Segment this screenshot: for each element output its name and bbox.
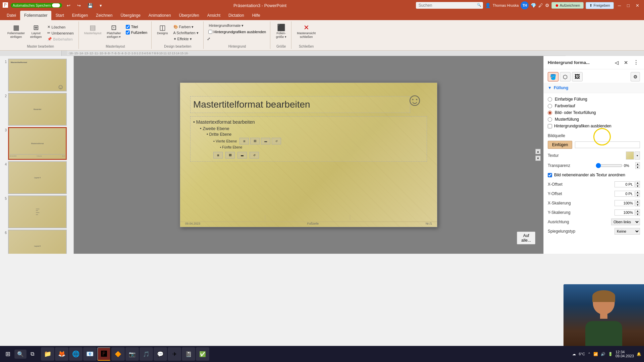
format-tab-shape[interactable]: ⬡ — [560, 72, 571, 81]
hintergrundgrafiken-checkbox[interactable] — [208, 30, 212, 34]
umbenennen-btn[interactable]: ✏ Umbenennen — [45, 30, 76, 36]
folienmaster-einfuegen-btn[interactable]: ▦ Folienmastereinfügen — [5, 23, 27, 40]
x-offset-down[interactable]: ▼ — [635, 184, 640, 188]
scroll-up-btn[interactable]: ▲ — [535, 149, 541, 154]
farbverlauf-radio[interactable] — [548, 104, 552, 108]
schriftarten-btn[interactable]: A Schriftarten ▾ — [171, 30, 201, 36]
taskbar-firefox[interactable]: 🦊 — [55, 347, 68, 361]
scroll-down-btn[interactable]: ▼ — [535, 156, 541, 161]
taskbar-app7[interactable]: 📷 — [125, 347, 139, 361]
beibehalten-btn[interactable]: 📌 Beibehalten — [45, 36, 76, 42]
restore-btn[interactable]: □ — [625, 2, 632, 9]
effekte-btn[interactable]: ✦ Effekte ▾ — [171, 36, 201, 42]
auf-alle-btn[interactable]: Auf alle... — [517, 232, 535, 244]
taskbar-explorer[interactable]: 📁 — [41, 347, 54, 361]
spiegelungstyp-select[interactable]: Keine Horizontal Vertikal Beide — [614, 228, 640, 235]
tab-start[interactable]: Start — [51, 11, 68, 20]
redo-btn[interactable]: ↪ — [75, 2, 83, 9]
slide-thumb-3[interactable]: 3 Mastertextformat 09.04.2023FußzeileNr.… — [1, 127, 72, 160]
fusszeilen-checkbox[interactable] — [126, 31, 130, 35]
tab-zeichnen[interactable]: Zeichnen — [92, 11, 116, 20]
slide-thumb-1[interactable]: 1 Mastertitelformat ☺ — [1, 59, 72, 92]
bild-nebeneinander-checkbox[interactable] — [548, 173, 552, 177]
taskbar-chrome[interactable]: 🌐 — [69, 347, 83, 361]
start-btn[interactable]: ⊞ — [3, 349, 13, 359]
taskbar-app6[interactable]: 🔶 — [111, 347, 125, 361]
foliengroesse-btn[interactable]: ⬛ Folien-größe ▾ — [274, 23, 288, 40]
y-offset-down[interactable]: ▼ — [635, 194, 640, 197]
x-skalierung-up[interactable]: ▲ — [635, 200, 640, 203]
save-btn[interactable]: 💾 — [86, 2, 95, 9]
tab-datei[interactable]: Datei — [3, 11, 20, 20]
task-view-btn[interactable]: ⧉ — [28, 350, 37, 358]
panel-expand-btn[interactable]: ⋮ — [632, 59, 640, 66]
platzhalter-einfuegen-btn[interactable]: ⊡ Platzhaltereinfügen ▾ — [105, 23, 123, 40]
transparenz-down[interactable]: ▼ — [635, 166, 640, 169]
taskbar-powerpoint[interactable]: 🅿 — [97, 347, 111, 361]
taskbar-green[interactable]: ✅ — [196, 347, 209, 361]
format-tab-fill[interactable]: 🪣 — [548, 72, 558, 81]
masteransicht-schliessen-btn[interactable]: ✕ Masteransichtschließen — [295, 23, 318, 40]
tab-folienmaster[interactable]: Folienmaster — [20, 11, 51, 20]
notifications-btn[interactable]: 🔔 — [637, 352, 641, 356]
panel-back-btn[interactable]: ◁ — [613, 59, 620, 66]
x-offset-up[interactable]: ▲ — [635, 181, 640, 184]
farben-btn[interactable]: 🎨 Farben ▾ — [171, 24, 201, 30]
autosave-toggle[interactable]: Automatisches Speichern — [11, 3, 62, 8]
y-skalierung-down[interactable]: ▼ — [635, 213, 640, 216]
titel-checkbox[interactable] — [126, 25, 130, 29]
y-offset-input[interactable] — [614, 191, 635, 197]
search-input[interactable] — [416, 2, 483, 9]
format-tab-alt[interactable]: ⚙ — [631, 72, 640, 81]
musterfuellung-radio[interactable] — [548, 117, 552, 122]
textur-dropdown-btn[interactable]: ▾ — [635, 152, 640, 160]
designs-btn[interactable]: ◫ Designs — [155, 23, 170, 36]
tab-hilfe[interactable]: Hilfe — [248, 11, 264, 20]
taskbar-outlook[interactable]: 📧 — [83, 347, 97, 361]
format-tab-image[interactable]: 🖼 — [572, 72, 583, 81]
minimize-btn[interactable]: ─ — [616, 2, 623, 9]
taskbar-teams[interactable]: 💬 — [154, 347, 167, 361]
tab-animationen[interactable]: Animationen — [145, 11, 175, 20]
hintergrundgrafiken-field-checkbox[interactable] — [548, 124, 552, 128]
y-skalierung-up[interactable]: ▲ — [635, 209, 640, 213]
taskbar-onenote[interactable]: 📓 — [182, 347, 195, 361]
y-offset-up[interactable]: ▲ — [635, 190, 640, 194]
slide-thumb-6[interactable]: 6 Layout 6 — [1, 230, 72, 254]
x-offset-input[interactable] — [614, 181, 635, 187]
slide-thumb-5[interactable]: 5 ━━━━━━━━━━━━━━━━ — [1, 195, 72, 228]
close-btn[interactable]: ✕ — [634, 2, 641, 9]
tab-einfuegen[interactable]: Einfügen — [68, 11, 92, 20]
taskbar-app8[interactable]: 🎵 — [140, 347, 153, 361]
einfarbig-radio[interactable] — [548, 97, 552, 102]
tab-ueberpruefen[interactable]: Überprüfen — [175, 11, 203, 20]
slide-canvas[interactable]: Mastertitelformat bearbeiten ☺ • Mastert… — [180, 82, 437, 227]
slide-thumb-4[interactable]: 4 Layout 4 — [1, 161, 72, 194]
masterlayout-btn[interactable]: ▤ Masterlayout — [82, 23, 104, 36]
x-skalierung-down[interactable]: ▼ — [635, 203, 640, 206]
y-skalierung-input[interactable] — [614, 209, 635, 216]
panel-close-btn[interactable]: ✕ — [623, 59, 629, 66]
hintergrundformate-btn[interactable]: Hintergrundformate ▾ — [207, 23, 246, 28]
loeschen-btn[interactable]: ✕ Löschen — [45, 24, 76, 30]
share-btn[interactable]: ⬆ Freigeben — [586, 2, 614, 9]
tab-dictation[interactable]: Dictation — [224, 11, 248, 20]
slide-thumb-2[interactable]: 2 Mastertitel — [1, 93, 72, 126]
taskbar-telegram[interactable]: ✈ — [168, 347, 181, 361]
undo-btn[interactable]: ↩ — [65, 2, 72, 9]
systray-up[interactable]: ⌃ — [588, 352, 591, 356]
x-skalierung-input[interactable] — [614, 200, 635, 206]
search-taskbar-btn[interactable]: 🔍 — [14, 350, 26, 359]
bild-textur-radio[interactable] — [548, 111, 552, 115]
more-btn[interactable]: ▾ — [98, 2, 104, 9]
einfuegen-btn[interactable]: Einfügen — [548, 141, 572, 149]
tab-uebergaenge[interactable]: Übergänge — [116, 11, 144, 20]
layout-einfuegen-btn[interactable]: ⊞ Layouteinfügen — [28, 23, 44, 40]
fuellung-section-header[interactable]: ▼ Füllung — [544, 83, 644, 93]
ausrichtung-select[interactable]: Oben links Oben Oben rechts Links Mitte — [611, 219, 640, 225]
transparenz-up[interactable]: ▲ — [635, 162, 640, 166]
bildquelle-input[interactable] — [575, 141, 640, 148]
tab-ansicht[interactable]: Ansicht — [203, 11, 224, 20]
transparenz-slider[interactable] — [596, 163, 623, 168]
record-btn[interactable]: ⏺ Aufzeichnen — [551, 2, 584, 9]
